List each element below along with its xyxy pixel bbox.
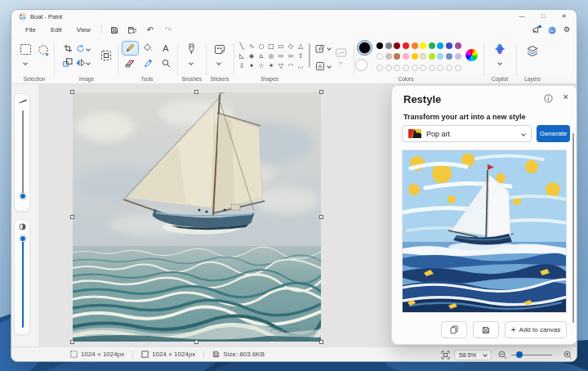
size-slider-thumb[interactable] bbox=[20, 193, 26, 199]
palette-color-7092BE[interactable] bbox=[446, 53, 452, 60]
copilot-dropdown-chevron[interactable] bbox=[497, 60, 502, 65]
palette-color-EFE4B0[interactable] bbox=[420, 53, 426, 60]
generate-button[interactable]: Generate bbox=[537, 125, 570, 142]
color1-swatch[interactable] bbox=[359, 42, 371, 54]
shapes-scrollbar[interactable] bbox=[309, 43, 310, 68]
fit-to-screen-button[interactable] bbox=[441, 351, 450, 360]
palette-empty-slot[interactable] bbox=[455, 65, 461, 71]
canvas-handle-ne[interactable] bbox=[319, 90, 323, 94]
palette-empty-slot[interactable] bbox=[403, 65, 409, 71]
palette-color-FF7F27[interactable] bbox=[412, 42, 418, 49]
save-button[interactable] bbox=[105, 24, 123, 36]
feedback-megaphone-icon[interactable] bbox=[532, 26, 541, 34]
palette-color-7F7F7F[interactable] bbox=[385, 42, 392, 49]
edit-colors-button[interactable] bbox=[466, 49, 478, 61]
zoom-out-button[interactable] bbox=[498, 351, 507, 360]
menu-file[interactable]: File bbox=[18, 25, 43, 35]
undo-button[interactable]: ↶ bbox=[141, 24, 159, 36]
shape-outline-dropdown[interactable] bbox=[315, 43, 331, 53]
palette-empty-slot[interactable] bbox=[376, 65, 383, 71]
menu-view[interactable]: View bbox=[69, 25, 98, 35]
minimize-button[interactable]: — bbox=[511, 10, 532, 22]
rotate-dropdown[interactable] bbox=[76, 44, 97, 53]
palette-color-C3C3C3[interactable] bbox=[385, 53, 392, 60]
palette-empty-slot[interactable] bbox=[412, 65, 418, 71]
shape-oval[interactable]: ○ bbox=[256, 41, 266, 51]
shape-polygon[interactable]: ◇ bbox=[286, 41, 296, 51]
account-avatar[interactable] bbox=[548, 26, 556, 34]
shape-hexagon[interactable]: ◎ bbox=[266, 51, 276, 60]
palette-empty-slot[interactable] bbox=[446, 65, 452, 71]
magnifier-tool[interactable] bbox=[158, 56, 175, 71]
shape-rectangle[interactable]: □ bbox=[266, 41, 276, 51]
stickers-dropdown-chevron[interactable] bbox=[216, 60, 221, 65]
copy-result-button[interactable] bbox=[441, 321, 467, 338]
shape-arrow-up[interactable]: ⇧ bbox=[296, 51, 305, 60]
canvas-handle-nw[interactable] bbox=[70, 90, 74, 94]
zoom-slider-thumb[interactable] bbox=[516, 351, 523, 358]
opacity-slider-thumb[interactable] bbox=[20, 235, 26, 242]
palette-color-B5E61D[interactable] bbox=[429, 53, 435, 60]
eraser-tool[interactable] bbox=[122, 56, 139, 71]
info-icon[interactable] bbox=[544, 94, 553, 103]
maximize-button[interactable]: □ bbox=[532, 10, 554, 22]
shape-arrow-right[interactable]: ⇨ bbox=[276, 51, 286, 60]
canvas-handle-se[interactable] bbox=[319, 340, 323, 344]
close-button[interactable]: ✕ bbox=[554, 10, 575, 22]
shape-five-point-star[interactable]: ☆ bbox=[256, 60, 266, 70]
color-picker-tool[interactable] bbox=[140, 56, 157, 71]
palette-color-ED1C24[interactable] bbox=[403, 42, 409, 49]
shape-arrow-left[interactable]: ⇦ bbox=[286, 51, 296, 60]
palette-color-FFC90E[interactable] bbox=[412, 53, 418, 60]
shape-oval-callout[interactable]: ◠ bbox=[286, 60, 296, 70]
add-to-canvas-button[interactable]: + Add to canvas bbox=[505, 321, 567, 338]
crop-tool[interactable] bbox=[60, 44, 76, 53]
palette-color-FFAEC9[interactable] bbox=[403, 53, 409, 60]
color2-swatch[interactable] bbox=[355, 59, 368, 71]
restyle-close-icon[interactable]: ✕ bbox=[563, 93, 569, 101]
zoom-level-dropdown[interactable]: 58.5% bbox=[454, 350, 492, 360]
palette-color-C8BFE7[interactable] bbox=[455, 53, 461, 60]
layers-button[interactable] bbox=[526, 45, 539, 57]
pencil-tool[interactable] bbox=[122, 41, 139, 56]
copilot-button[interactable] bbox=[494, 43, 506, 55]
shape-pentagon[interactable]: ⌂ bbox=[256, 51, 266, 60]
save-result-button[interactable] bbox=[473, 321, 499, 338]
style-dropdown[interactable]: Pop art bbox=[402, 125, 532, 142]
selection-dropdown-chevron[interactable] bbox=[23, 60, 28, 65]
palette-empty-slot[interactable] bbox=[437, 65, 443, 71]
canvas-resize-tool[interactable] bbox=[100, 49, 113, 62]
flip-dropdown[interactable] bbox=[76, 58, 97, 67]
resize-tool[interactable] bbox=[60, 58, 76, 67]
palette-color-A349A4[interactable] bbox=[455, 42, 461, 49]
palette-empty-slot[interactable] bbox=[394, 65, 400, 71]
zoom-in-button[interactable] bbox=[564, 351, 572, 360]
fill-tool[interactable] bbox=[140, 41, 157, 56]
shape-fill-dropdown[interactable] bbox=[315, 61, 331, 71]
settings-gear-icon[interactable]: ⚙ bbox=[564, 26, 570, 34]
redo-button[interactable]: ↷ bbox=[159, 24, 177, 36]
canvas-handle-n[interactable] bbox=[194, 90, 198, 94]
shape-diamond[interactable]: ◈ bbox=[247, 51, 256, 60]
palette-color-B97A57[interactable] bbox=[394, 53, 400, 60]
menu-edit[interactable]: Edit bbox=[43, 25, 69, 35]
size-slider-track[interactable] bbox=[22, 110, 24, 199]
shape-arrow-down[interactable]: ⇩ bbox=[237, 60, 247, 70]
shape-line[interactable]: ╲ bbox=[237, 41, 247, 51]
palette-empty-slot[interactable] bbox=[385, 65, 392, 71]
palette-color-00A2E8[interactable] bbox=[437, 42, 443, 49]
titlebar[interactable]: Boat - Paint — □ ✕ bbox=[11, 10, 577, 23]
drawing-canvas[interactable] bbox=[73, 92, 321, 342]
brushes-tool[interactable] bbox=[186, 43, 197, 56]
shape-triangle[interactable]: △ bbox=[296, 41, 305, 51]
shape-cloud-callout[interactable]: ◡ bbox=[296, 60, 305, 70]
canvas-handle-s[interactable] bbox=[194, 340, 198, 344]
shape-six-point-star[interactable]: ✶ bbox=[266, 60, 276, 70]
palette-color-99D9EA[interactable] bbox=[437, 53, 443, 60]
palette-color-FFF200[interactable] bbox=[420, 42, 426, 49]
panel-scrollbar[interactable] bbox=[572, 133, 574, 323]
palette-color-880015[interactable] bbox=[394, 42, 400, 49]
palette-empty-slot[interactable] bbox=[420, 65, 426, 71]
shape-rounded-rectangle[interactable]: ▭ bbox=[276, 41, 286, 51]
palette-color-3F48CC[interactable] bbox=[446, 42, 452, 49]
